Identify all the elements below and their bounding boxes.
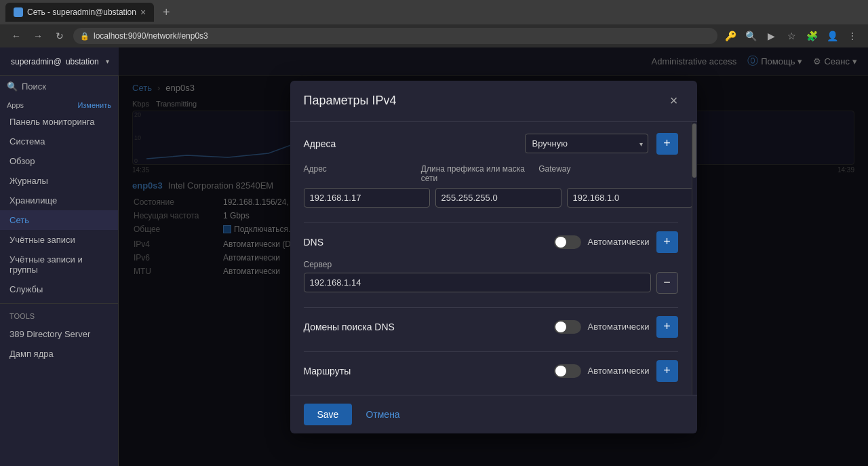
sidebar-item-label: Сеть: [9, 215, 29, 225]
sidebar-item-label: Учётные записи и группы: [9, 254, 83, 275]
user-info[interactable]: superadmin@ ubstation ▾: [11, 57, 109, 66]
tab-close-btn[interactable]: ×: [140, 7, 146, 18]
lock-icon: 🔒: [80, 32, 90, 41]
modal-close-button[interactable]: ×: [665, 92, 684, 111]
search-label: Поиск: [22, 81, 46, 92]
app-container: 🔍 Поиск Apps Изменить Панель мониторинга…: [0, 47, 868, 466]
sidebar-item-services[interactable]: Службы: [0, 279, 118, 299]
change-apps-button[interactable]: Изменить: [77, 101, 111, 109]
address-mode-select-wrapper: Вручную Автоматически (DHCP) Только Link…: [525, 134, 648, 153]
address-mode-select[interactable]: Вручную Автоматически (DHCP) Только Link…: [525, 134, 648, 153]
add-dns-button[interactable]: +: [656, 231, 678, 253]
ip-prefix-input[interactable]: [435, 188, 561, 208]
sidebar-item-kernel-dump[interactable]: Дамп ядра: [0, 344, 118, 364]
cancel-button[interactable]: Отмена: [360, 404, 405, 425]
server-input-row: −: [304, 272, 678, 294]
scroll-thumb: [692, 123, 696, 178]
tab-label: Сеть - superadmin@ubstation: [27, 7, 136, 17]
sidebar-item-label: Службы: [9, 284, 43, 294]
dns-header-row: DNS Автоматически +: [304, 231, 678, 253]
dns-server-input[interactable]: [304, 273, 651, 292]
modal-overlay: Параметры IPv4 × Адреса: [119, 47, 868, 466]
sidebar-item-label: Журналы: [9, 176, 48, 186]
routes-toggle-thumb: [555, 366, 566, 376]
profile-icon[interactable]: 👤: [825, 28, 840, 43]
search-domains-auto-label: Автоматически: [588, 322, 650, 332]
ip-address-input[interactable]: [304, 188, 430, 208]
search-domains-toggle[interactable]: [554, 320, 581, 334]
bookmark-icon[interactable]: ☆: [784, 28, 799, 43]
routes-label: Маршруты: [304, 366, 351, 376]
addresses-label: Адреса: [304, 138, 385, 149]
sidebar-item-system[interactable]: Система: [0, 132, 118, 151]
apps-label: Apps: [7, 101, 24, 109]
sidebar-item-logs[interactable]: Журналы: [0, 171, 118, 191]
search-domains-section: Домены поиска DNS Автоматически +: [304, 316, 678, 338]
routes-auto-label: Автоматически: [588, 366, 650, 376]
menu-icon[interactable]: ⋮: [845, 28, 860, 43]
addresses-header-row: Адреса Вручную Автоматически (DHCP) Толь…: [304, 133, 678, 155]
ip-fields-header: Адрес Длина префикса или маска сети Gate…: [304, 164, 678, 183]
col-address-label: Адрес: [304, 164, 416, 183]
search-icon[interactable]: 🔍: [743, 28, 758, 43]
play-icon[interactable]: ▶: [764, 28, 778, 43]
modal-footer: Save Отмена: [290, 395, 697, 433]
col-prefix-label: Длина префикса или маска сети: [421, 164, 533, 183]
new-tab-button[interactable]: +: [157, 3, 176, 22]
routes-toggle-track: [554, 364, 581, 378]
tools-header: Tools: [0, 308, 118, 324]
sidebar-item-389-directory[interactable]: 389 Directory Server: [0, 324, 118, 344]
modal-scrollbar[interactable]: [692, 122, 697, 395]
password-icon[interactable]: 🔑: [723, 28, 738, 43]
dns-auto-label: Автоматически: [588, 237, 650, 247]
user-dropdown-icon: ▾: [106, 58, 109, 65]
dns-section: DNS Автоматически +: [304, 231, 678, 294]
save-button[interactable]: Save: [304, 404, 353, 425]
search-toggle-track: [554, 320, 581, 334]
ip-gateway-input[interactable]: [567, 188, 692, 208]
search-icon: 🔍: [7, 81, 18, 92]
modal-body: Адреса Вручную Автоматически (DHCP) Толь…: [290, 122, 692, 395]
sidebar-item-accounts-groups[interactable]: Учётные записи и группы: [0, 250, 118, 279]
dns-auto-toggle[interactable]: [554, 235, 581, 249]
section-divider-1: [304, 222, 678, 223]
browser-tab[interactable]: Сеть - superadmin@ubstation ×: [5, 3, 154, 22]
server-field-group: Сервер −: [304, 260, 678, 294]
addresses-section: Адреса Вручную Автоматически (DHCP) Толь…: [304, 133, 678, 209]
routes-row: Маршруты Автоматически +: [304, 360, 678, 382]
user-host: ubstation: [66, 57, 99, 66]
sidebar-item-label: Дамп ядра: [9, 349, 54, 359]
sidebar-item-accounts[interactable]: Учётные записи: [0, 230, 118, 250]
sidebar-item-network[interactable]: Сеть: [0, 210, 118, 230]
back-button[interactable]: ←: [8, 28, 24, 44]
search-domains-label: Домены поиска DNS: [304, 322, 395, 332]
sidebar-item-dashboard[interactable]: Панель мониторинга: [0, 112, 118, 132]
sidebar-item-overview[interactable]: Обзор: [0, 151, 118, 171]
col-gateway-label: Gateway: [538, 164, 650, 183]
extensions-icon[interactable]: 🧩: [804, 28, 819, 43]
reload-button[interactable]: ↻: [52, 28, 68, 44]
remove-dns-button[interactable]: −: [656, 272, 678, 294]
search-button[interactable]: 🔍 Поиск: [0, 76, 118, 97]
search-domains-row: Домены поиска DNS Автоматически +: [304, 316, 678, 338]
address-bar[interactable]: 🔒 localhost:9090/network#enp0s3: [73, 28, 717, 44]
main-content: Сеть › enp0s3 Kbps Transmitting 20 10 0: [119, 47, 868, 466]
ip-address-row: −: [304, 187, 678, 209]
sidebar-item-label: 389 Directory Server: [9, 329, 90, 339]
sidebar-item-storage[interactable]: Хранилище: [0, 191, 118, 210]
address-text: localhost:9090/network#enp0s3: [94, 31, 208, 41]
add-search-domain-button[interactable]: +: [656, 316, 678, 338]
add-route-button[interactable]: +: [656, 360, 678, 382]
apps-section-header: Apps Изменить: [0, 97, 118, 112]
routes-section: Маршруты Автоматически +: [304, 360, 678, 382]
modal-title: Параметры IPv4: [304, 94, 397, 108]
routes-toggle[interactable]: [554, 364, 581, 378]
dns-toggle-track: [554, 235, 581, 249]
dns-label: DNS: [304, 237, 324, 248]
add-address-button[interactable]: +: [656, 133, 678, 155]
sidebar-divider: [0, 303, 118, 304]
forward-button[interactable]: →: [30, 28, 46, 44]
dns-toggle-thumb: [555, 237, 566, 248]
sidebar-item-label: Обзор: [9, 156, 35, 166]
user-name: superadmin@: [11, 57, 62, 66]
